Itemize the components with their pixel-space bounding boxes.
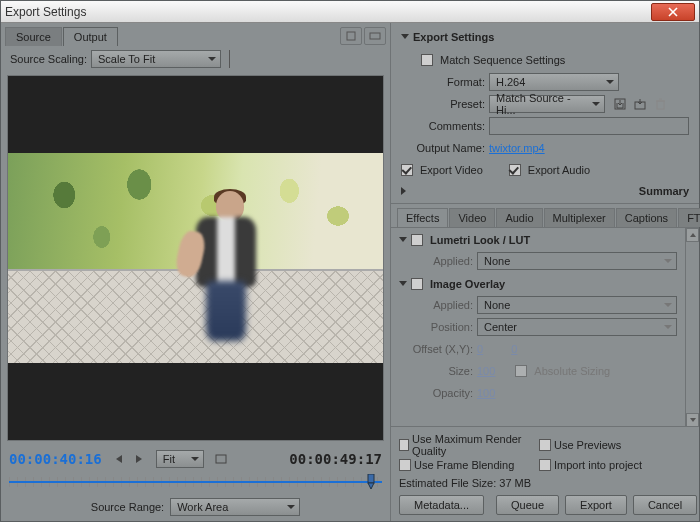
estimated-size-value: 37 MB — [499, 477, 531, 489]
svg-marker-16 — [690, 233, 696, 237]
overlay-offset-x: 0 — [477, 343, 483, 355]
svg-marker-17 — [690, 418, 696, 422]
svg-rect-3 — [370, 33, 380, 39]
preview-frame — [8, 153, 383, 363]
match-sequence-label: Match Sequence Settings — [440, 54, 565, 66]
match-sequence-checkbox[interactable] — [421, 54, 433, 66]
export-audio-checkbox[interactable] — [509, 164, 521, 176]
export-settings-header[interactable]: Export Settings — [401, 31, 689, 43]
svg-marker-5 — [136, 455, 142, 463]
frame-blending-label: Use Frame Blending — [414, 459, 514, 471]
lut-applied-dropdown: None — [477, 252, 677, 270]
overlay-offset-label: Offset (X,Y): — [399, 343, 473, 355]
import-project-label: Import into project — [554, 459, 642, 471]
estimated-size-label: Estimated File Size: — [399, 477, 496, 489]
disclosure-down-icon — [399, 237, 407, 246]
source-scaling-dropdown[interactable]: Scale To Fit — [91, 50, 221, 68]
absolute-sizing-label: Absolute Sizing — [534, 365, 610, 377]
zoom-fit-dropdown[interactable]: Fit — [156, 450, 204, 468]
subtab-effects[interactable]: Effects — [397, 208, 448, 227]
overlay-offset-y: 0 — [511, 343, 517, 355]
format-label: Format: — [401, 76, 485, 88]
subtab-ftp[interactable]: FTP — [678, 208, 700, 227]
overlay-size-label: Size: — [399, 365, 473, 377]
save-preset-icon[interactable] — [613, 97, 627, 111]
aspect-icon[interactable] — [364, 27, 386, 45]
use-previews-checkbox[interactable] — [539, 439, 551, 451]
effects-scrollbar[interactable] — [685, 228, 699, 427]
timeline[interactable] — [9, 473, 382, 493]
svg-marker-4 — [116, 455, 122, 463]
playhead-icon[interactable] — [364, 474, 378, 490]
queue-button[interactable]: Queue — [496, 495, 559, 515]
titlebar: Export Settings — [1, 1, 699, 23]
aspect-correction-icon[interactable] — [212, 451, 230, 467]
subtabs: Effects Video Audio Multiplexer Captions… — [391, 204, 699, 228]
timecode-out: 00:00:49:17 — [289, 451, 382, 467]
disclosure-right-icon — [401, 187, 633, 195]
frame-blending-checkbox[interactable] — [399, 459, 411, 471]
effects-panel: Lumetri Look / LUT Applied:None Image Ov… — [391, 228, 685, 427]
preview-area[interactable] — [7, 75, 384, 441]
export-audio-label: Export Audio — [528, 164, 590, 176]
next-frame-icon[interactable] — [130, 451, 148, 467]
svg-rect-2 — [347, 32, 355, 40]
overlay-opacity-label: Opacity: — [399, 387, 473, 399]
overlay-position-label: Position: — [399, 321, 473, 333]
absolute-sizing-checkbox — [515, 365, 527, 377]
source-range-dropdown[interactable]: Work Area — [170, 498, 300, 516]
max-render-quality-label: Use Maximum Render Quality — [412, 433, 531, 457]
comments-input[interactable] — [489, 117, 689, 135]
export-settings-dialog: Export Settings Source Output Source Sca… — [0, 0, 700, 522]
import-preset-icon[interactable] — [633, 97, 647, 111]
cancel-button[interactable]: Cancel — [633, 495, 697, 515]
preset-dropdown[interactable]: Match Source - Hi... — [489, 95, 605, 113]
subtab-video[interactable]: Video — [449, 208, 495, 227]
max-render-quality-checkbox[interactable] — [399, 439, 409, 451]
subtab-captions[interactable]: Captions — [616, 208, 677, 227]
overlay-group-header[interactable]: Image Overlay — [399, 278, 677, 290]
output-name-link[interactable]: twixtor.mp4 — [489, 142, 545, 154]
subtab-multiplexer[interactable]: Multiplexer — [544, 208, 615, 227]
source-scaling-label: Source Scaling: — [7, 53, 87, 65]
scroll-down-icon[interactable] — [686, 413, 699, 427]
overlay-enable-checkbox[interactable] — [411, 278, 423, 290]
lut-group-header[interactable]: Lumetri Look / LUT — [399, 234, 677, 246]
overlay-opacity-value: 100 — [477, 387, 495, 399]
format-dropdown[interactable]: H.264 — [489, 73, 619, 91]
comments-label: Comments: — [401, 120, 485, 132]
delete-preset-icon — [653, 97, 667, 111]
overlay-size-value: 100 — [477, 365, 495, 377]
tab-source[interactable]: Source — [5, 27, 62, 46]
metadata-button[interactable]: Metadata... — [399, 495, 484, 515]
svg-rect-7 — [368, 474, 374, 483]
text-cursor — [229, 50, 235, 68]
lut-enable-checkbox[interactable] — [411, 234, 423, 246]
disclosure-down-icon — [401, 34, 409, 43]
export-video-checkbox[interactable] — [401, 164, 413, 176]
scroll-up-icon[interactable] — [686, 228, 699, 242]
export-button[interactable]: Export — [565, 495, 627, 515]
overlay-applied-label: Applied: — [399, 299, 473, 311]
use-previews-label: Use Previews — [554, 439, 621, 451]
svg-marker-8 — [368, 483, 374, 489]
overlay-applied-dropdown: None — [477, 296, 677, 314]
close-button[interactable] — [651, 3, 695, 21]
lut-applied-label: Applied: — [399, 255, 473, 267]
overlay-position-dropdown: Center — [477, 318, 677, 336]
preview-tabs: Source Output — [1, 23, 390, 47]
svg-rect-13 — [657, 101, 664, 109]
output-name-label: Output Name: — [401, 142, 485, 154]
svg-rect-6 — [216, 455, 226, 463]
export-video-label: Export Video — [420, 164, 483, 176]
subtab-audio[interactable]: Audio — [496, 208, 542, 227]
summary-header[interactable]: Summary — [401, 185, 689, 197]
import-project-checkbox[interactable] — [539, 459, 551, 471]
window-title: Export Settings — [5, 5, 651, 19]
tab-output[interactable]: Output — [63, 27, 118, 46]
timecode-in[interactable]: 00:00:40:16 — [9, 451, 102, 467]
preset-label: Preset: — [401, 98, 485, 110]
disclosure-down-icon — [399, 281, 407, 290]
prev-frame-icon[interactable] — [110, 451, 128, 467]
crop-icon[interactable] — [340, 27, 362, 45]
